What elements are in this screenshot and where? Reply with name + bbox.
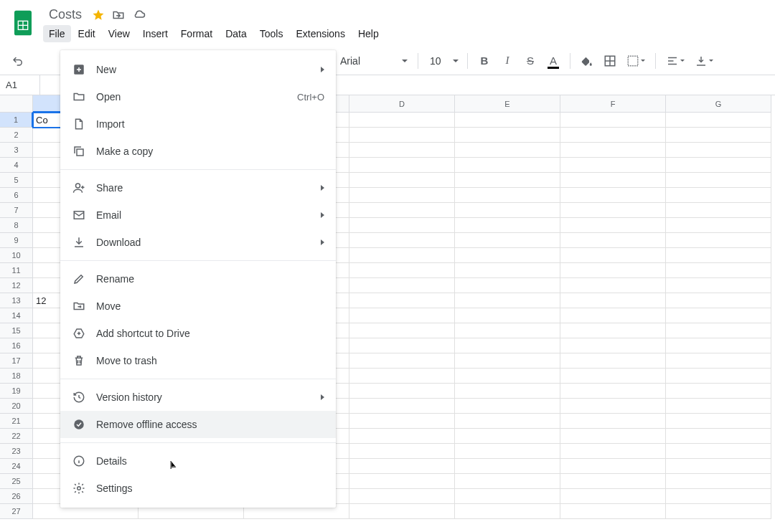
cell-E7[interactable]: [455, 203, 560, 218]
cell-E14[interactable]: [455, 308, 560, 323]
text-color-button[interactable]: A: [542, 50, 564, 72]
menu-data[interactable]: Data: [220, 25, 253, 42]
cell-F2[interactable]: [560, 128, 666, 143]
cell-D5[interactable]: [349, 173, 455, 188]
vertical-align-button[interactable]: [690, 50, 718, 72]
cell-F1[interactable]: [560, 113, 666, 128]
menu-format[interactable]: Format: [175, 25, 218, 42]
strikethrough-button[interactable]: S: [520, 50, 541, 72]
cell-D22[interactable]: [349, 429, 455, 444]
cell-G23[interactable]: [666, 444, 771, 459]
cell-D19[interactable]: [349, 384, 455, 399]
cell-D17[interactable]: [349, 353, 455, 369]
menu-tools[interactable]: Tools: [254, 25, 289, 42]
file-menu-make-a-copy[interactable]: Make a copy: [60, 138, 336, 165]
cell-D11[interactable]: [349, 263, 455, 278]
cell-F12[interactable]: [560, 278, 666, 293]
cell-G7[interactable]: [666, 203, 771, 218]
file-menu-version-history[interactable]: Version history: [60, 384, 336, 411]
row-header-17[interactable]: 17: [0, 353, 33, 369]
file-menu-move-to-trash[interactable]: Move to trash: [60, 347, 336, 374]
cell-D9[interactable]: [349, 233, 455, 248]
row-header-10[interactable]: 10: [0, 248, 33, 263]
cell-G26[interactable]: [666, 489, 771, 504]
cell-G16[interactable]: [666, 338, 771, 353]
cloud-status-icon[interactable]: [132, 9, 146, 22]
sheets-logo[interactable]: [9, 6, 37, 40]
menu-edit[interactable]: Edit: [72, 25, 101, 42]
cell-E10[interactable]: [455, 248, 560, 263]
cell-E4[interactable]: [455, 158, 560, 173]
cell-E3[interactable]: [455, 143, 560, 158]
cell-E8[interactable]: [455, 218, 560, 233]
file-menu-move[interactable]: Move: [60, 293, 336, 320]
cell-F17[interactable]: [560, 353, 666, 369]
cell-E25[interactable]: [455, 474, 560, 489]
cell-F3[interactable]: [560, 143, 666, 158]
cell-E1[interactable]: [455, 113, 560, 128]
cell-D6[interactable]: [349, 188, 455, 203]
name-box[interactable]: A1: [0, 75, 40, 95]
cell-G14[interactable]: [666, 308, 771, 323]
row-header-23[interactable]: 23: [0, 444, 33, 459]
cell-F20[interactable]: [560, 399, 666, 414]
cell-F27[interactable]: [560, 504, 666, 519]
cell-G18[interactable]: [666, 369, 771, 384]
file-menu-download[interactable]: Download: [60, 229, 336, 256]
font-size-select[interactable]: 10: [424, 51, 461, 71]
cell-E18[interactable]: [455, 369, 560, 384]
cell-D12[interactable]: [349, 278, 455, 293]
cell-D20[interactable]: [349, 399, 455, 414]
cell-G13[interactable]: [666, 293, 771, 308]
cell-F19[interactable]: [560, 384, 666, 399]
cell-D13[interactable]: [349, 293, 455, 308]
row-header-20[interactable]: 20: [0, 399, 33, 414]
cell-G3[interactable]: [666, 143, 771, 158]
cell-D16[interactable]: [349, 338, 455, 353]
cell-D25[interactable]: [349, 474, 455, 489]
cell-E16[interactable]: [455, 338, 560, 353]
cell-F13[interactable]: [560, 293, 666, 308]
cell-G8[interactable]: [666, 218, 771, 233]
menu-help[interactable]: Help: [352, 25, 385, 42]
cell-D2[interactable]: [349, 128, 455, 143]
star-icon[interactable]: [92, 9, 105, 22]
cell-G1[interactable]: [666, 113, 771, 128]
row-header-18[interactable]: 18: [0, 369, 33, 384]
row-header-7[interactable]: 7: [0, 203, 33, 218]
cell-G25[interactable]: [666, 474, 771, 489]
file-menu-email[interactable]: Email: [60, 201, 336, 229]
cell-G19[interactable]: [666, 384, 771, 399]
cell-E21[interactable]: [455, 414, 560, 429]
menu-insert[interactable]: Insert: [137, 25, 174, 42]
cell-G5[interactable]: [666, 173, 771, 188]
cell-E5[interactable]: [455, 173, 560, 188]
file-menu-details[interactable]: Details: [60, 447, 336, 475]
cell-F25[interactable]: [560, 474, 666, 489]
row-header-8[interactable]: 8: [0, 218, 33, 233]
document-title[interactable]: Costs: [46, 6, 85, 24]
cell-G24[interactable]: [666, 459, 771, 474]
cell-D18[interactable]: [349, 369, 455, 384]
cell-E20[interactable]: [455, 399, 560, 414]
row-header-9[interactable]: 9: [0, 233, 33, 248]
file-menu-open[interactable]: OpenCtrl+O: [60, 83, 336, 110]
menu-file[interactable]: File: [43, 25, 71, 42]
col-header-D[interactable]: D: [349, 95, 455, 113]
cell-D7[interactable]: [349, 203, 455, 218]
cell-E17[interactable]: [455, 353, 560, 369]
file-menu-import[interactable]: Import: [60, 110, 336, 138]
cell-D24[interactable]: [349, 459, 455, 474]
row-header-22[interactable]: 22: [0, 429, 33, 444]
cell-G22[interactable]: [666, 429, 771, 444]
file-menu-remove-offline-access[interactable]: Remove offline access: [60, 411, 336, 438]
row-header-15[interactable]: 15: [0, 323, 33, 338]
cell-G9[interactable]: [666, 233, 771, 248]
cell-E9[interactable]: [455, 233, 560, 248]
cell-G10[interactable]: [666, 248, 771, 263]
cell-F8[interactable]: [560, 218, 666, 233]
cell-E22[interactable]: [455, 429, 560, 444]
cell-F15[interactable]: [560, 323, 666, 338]
cell-E15[interactable]: [455, 323, 560, 338]
cell-F22[interactable]: [560, 429, 666, 444]
